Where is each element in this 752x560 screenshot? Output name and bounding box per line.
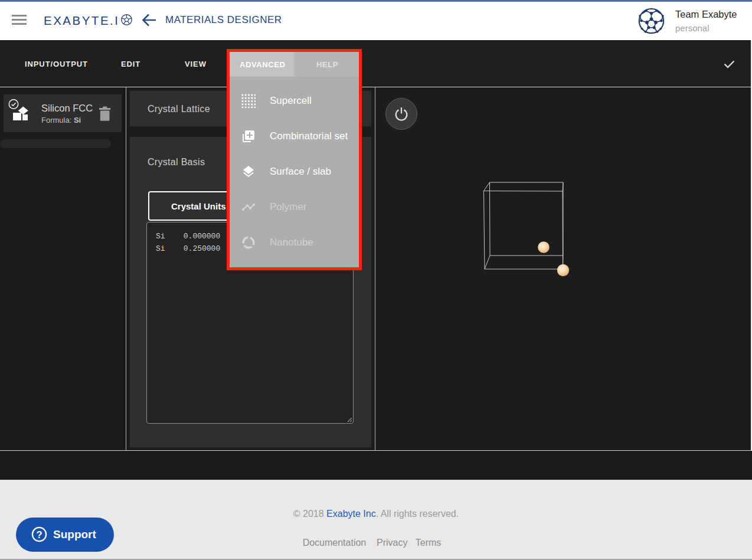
svg-text:?: ?	[36, 529, 42, 540]
